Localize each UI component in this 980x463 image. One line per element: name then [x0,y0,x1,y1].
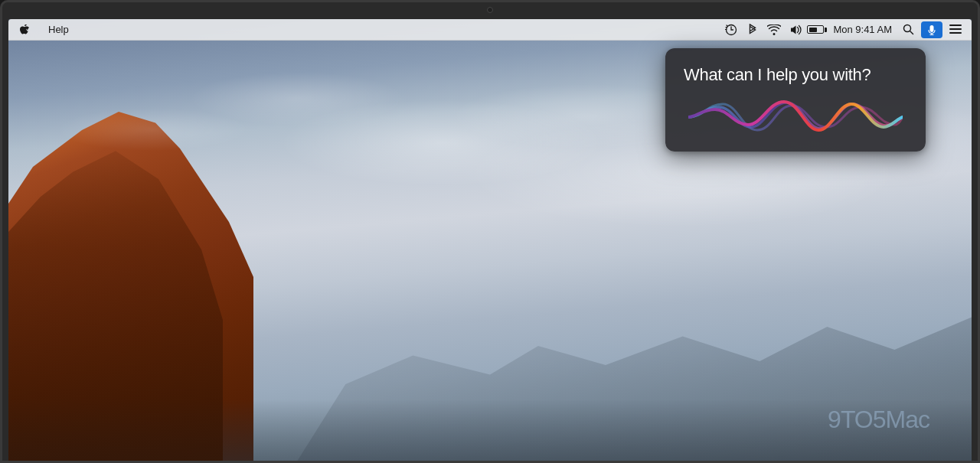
battery-body [807,25,824,34]
volume-icon[interactable] [787,19,804,41]
bluetooth-icon[interactable] [744,19,761,41]
screen: Help [8,19,972,461]
battery-fill [809,28,817,32]
siri-waveform [665,96,926,138]
svg-rect-6 [949,32,962,34]
battery-tip [825,28,827,32]
clock-display: Mon 9:41 AM [830,24,895,35]
svg-rect-5 [949,28,962,30]
macbook-frame: Help [0,0,980,463]
notification-center-icon[interactable] [947,19,964,41]
apple-menu[interactable] [16,19,33,41]
menubar-right: Mon 9:41 AM [723,19,964,41]
battery-icon [808,19,825,41]
siri-menubar-button[interactable] [921,21,942,38]
menubar: Help [8,19,972,41]
siri-window: What can I help you with? [665,48,926,152]
camera [487,7,493,13]
wifi-icon[interactable] [766,19,782,41]
siri-question: What can I help you with? [665,48,926,96]
time-machine-icon[interactable] [723,19,740,41]
menubar-left: Help [16,19,72,41]
help-menu-item[interactable]: Help [45,19,72,41]
svg-rect-4 [949,24,962,26]
watermark: 9TO5Mac [828,406,929,434]
search-icon[interactable] [900,19,916,41]
